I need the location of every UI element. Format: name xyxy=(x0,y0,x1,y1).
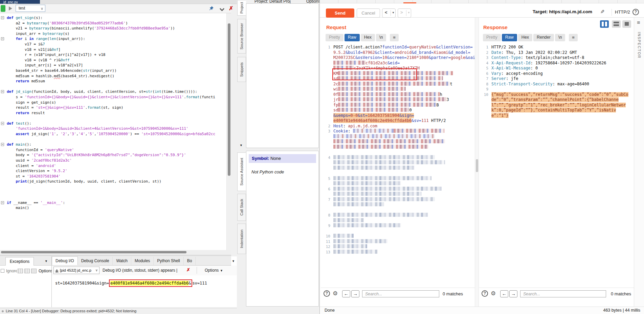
request-line: cf81d2a3c&eid= xyxy=(321,61,475,66)
code-line: client = 'android' xyxy=(0,163,225,169)
request-tab-menu-icon[interactable]: ≡ xyxy=(390,34,399,41)
request-tab-hex[interactable]: Hex xyxy=(361,34,375,41)
line-number: 2 xyxy=(480,50,488,56)
request-line: e400f81e9446a4f608c2e494cffda4b6&sv=111 … xyxy=(321,118,475,124)
dropdown-arrow-icon[interactable]: ▼ xyxy=(220,269,223,272)
close-icon[interactable]: ✗ xyxy=(229,5,233,12)
fold-marker-icon[interactable]: − xyxy=(1,37,4,40)
response-search-input[interactable] xyxy=(520,290,606,297)
status-text: Line 31 Col 4 - [User] Debugger: Debug p… xyxy=(6,309,136,313)
fold-marker-icon[interactable]: − xyxy=(1,122,4,125)
request-body[interactable]: 1POST /client.action?functionId=queryNat… xyxy=(321,44,475,287)
censored-mosaic xyxy=(338,76,443,80)
status-indicator-icon xyxy=(2,310,4,312)
hamburger-icon[interactable]: ≡ xyxy=(637,20,640,26)
tab-overflow-icon[interactable]: ▼ xyxy=(232,259,235,263)
options-menu[interactable]: Options xyxy=(39,269,52,273)
ignore-checkbox[interactable] xyxy=(1,269,4,273)
play-icon[interactable] xyxy=(9,6,12,11)
output-amp: & xyxy=(188,281,191,286)
help-icon[interactable]: ? xyxy=(324,290,330,297)
dropdown-arrow-icon[interactable]: ▼ xyxy=(45,259,48,263)
fold-marker-icon[interactable]: − xyxy=(1,16,4,19)
ide-side-panels: Project: Default Proj Options ProjectSou… xyxy=(237,0,319,314)
scrollbar-thumb[interactable] xyxy=(1,251,186,253)
process-combo[interactable]: [pid 4532] jd_enc.p ∨ xyxy=(53,267,99,274)
side-tabs-bottom: Source AssistantCall StackIndentation xyxy=(237,0,246,314)
response-line: 6Vary: accept-encoding xyxy=(479,71,634,77)
line-number: 8 xyxy=(322,213,330,218)
clear-io-icon[interactable]: ✗ xyxy=(186,267,190,272)
prev-match-button[interactable]: ← xyxy=(500,290,508,297)
next-match-button[interactable]: → xyxy=(509,290,517,297)
run-target-combo[interactable]: test∨ xyxy=(16,5,45,12)
grid-icon[interactable] xyxy=(18,269,23,273)
side-tab-source-assistant[interactable]: Source Assistant xyxy=(237,152,246,191)
scrollbar-thumb[interactable] xyxy=(228,23,230,176)
response-tab-pretty[interactable]: Pretty xyxy=(483,34,501,41)
grid-icon[interactable] xyxy=(31,269,37,273)
help-icon[interactable]: ? xyxy=(482,290,488,297)
code-editor[interactable]: −def get_sign(s): a2 = bytearray('80306f… xyxy=(0,13,231,250)
response-tab-raw[interactable]: Raw xyxy=(502,34,517,41)
debug-io-note: Debug I/O (stdin, stdout, stderr) appear… xyxy=(103,268,185,273)
editor-vertical-scrollbar[interactable] xyxy=(226,13,231,250)
response-tab--n[interactable]: \n xyxy=(555,34,565,41)
pin-icon[interactable] xyxy=(209,6,214,12)
project-panel[interactable] xyxy=(246,3,319,148)
debug-tab-python-shell[interactable]: Python Shell xyxy=(154,257,183,266)
debug-tab-watch[interactable]: Watch xyxy=(113,257,131,266)
debug-tab-debug-console[interactable]: Debug Console xyxy=(78,257,113,266)
code-line xyxy=(0,137,225,142)
request-search-input[interactable] xyxy=(362,290,439,297)
gear-icon[interactable]: ⚙ xyxy=(491,290,496,297)
fold-marker-icon[interactable]: − xyxy=(1,143,4,146)
request-scrollbar[interactable] xyxy=(475,18,479,307)
options-menu[interactable]: Options xyxy=(306,0,319,3)
request-view-tabs: PrettyRawHex\n≡ xyxy=(326,34,399,41)
code-line xyxy=(0,195,225,200)
next-match-button[interactable]: → xyxy=(351,290,359,297)
response-tab-render[interactable]: Render xyxy=(533,34,554,41)
debug-tab-bo[interactable]: Bo xyxy=(184,257,196,266)
prev-match-button[interactable]: ← xyxy=(342,290,350,297)
debug-io-output[interactable]: st=1642037581904&sign=e400f81e9446a4f608… xyxy=(52,275,237,307)
pane-splitter[interactable] xyxy=(0,255,231,256)
symbol-banner: Symbol: None xyxy=(249,154,316,163)
response-tab-hex[interactable]: Hex xyxy=(518,34,532,41)
side-tab-call-stack[interactable]: Call Stack xyxy=(237,194,246,221)
symbol-label: Symbol: xyxy=(252,156,269,161)
scrollbar-thumb[interactable] xyxy=(476,159,478,172)
editor-horizontal-scrollbar[interactable] xyxy=(0,250,231,254)
gear-icon[interactable]: ⚙ xyxy=(333,290,338,297)
debug-continue-icon[interactable] xyxy=(1,5,5,12)
line-number: 4 xyxy=(322,155,330,161)
line-number: 5 xyxy=(480,66,488,71)
code-line xyxy=(0,184,225,190)
side-tab-label: Call Stack xyxy=(240,199,244,216)
tab-exceptions[interactable]: Exceptions xyxy=(5,257,34,266)
censored-mosaic xyxy=(333,155,435,159)
chevron-down-icon[interactable] xyxy=(219,7,225,13)
censored-mosaic xyxy=(338,108,409,112)
side-tab-label: Source Assistant xyxy=(240,158,244,186)
censored-mosaic xyxy=(338,71,453,75)
fold-marker-icon[interactable]: − xyxy=(1,90,4,93)
fold-marker-icon[interactable]: − xyxy=(1,201,4,204)
debug-tab-modules[interactable]: Modules xyxy=(131,257,154,266)
grid-icon[interactable] xyxy=(24,269,30,273)
response-tab-menu-icon[interactable]: ≡ xyxy=(569,34,578,41)
code-line: a2 = bytearray('80306f4370b39fd5630ad052… xyxy=(0,21,225,26)
options-menu[interactable]: Options xyxy=(205,268,219,273)
inspector-strip[interactable]: ≡ INSPECTOR xyxy=(634,18,644,307)
editor-file-tab[interactable]: jd_enc.py xyxy=(0,0,40,4)
request-line: 5 xyxy=(321,176,475,182)
request-line: &uemps=0-0&st=1642037581904&sign= xyxy=(321,113,475,119)
code-line: − for i in range(len(input_arr)): xyxy=(0,36,225,42)
request-tab-pretty[interactable]: Pretty xyxy=(326,34,343,41)
response-body[interactable]: 1HTTP/2 200 OK2Date: Thu, 13 Jan 2022 02… xyxy=(479,44,634,287)
side-tab-indentation[interactable]: Indentation xyxy=(237,224,246,254)
request-tab-raw[interactable]: Raw xyxy=(345,34,360,41)
request-tab--n[interactable]: \n xyxy=(376,34,386,41)
debug-tab-debug-i-o[interactable]: Debug I/O xyxy=(52,256,78,265)
